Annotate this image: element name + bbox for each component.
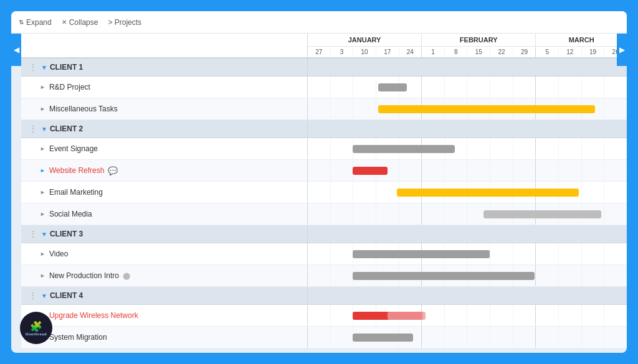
group-client2-arrow: ▼ [41, 126, 47, 133]
group-client3-row: ⋮ ▼ CLIENT 3 [21, 225, 627, 243]
week-12: 12 [559, 47, 582, 57]
week-29: 29 [513, 47, 536, 57]
task-website-row: ► Website Refresh 💬 [21, 160, 627, 182]
task-event-name: ► Event Signage [21, 138, 308, 159]
comment-icon-gray: ⬤ [123, 272, 130, 280]
week-15: 15 [467, 47, 490, 57]
group-client1-arrow: ▼ [41, 64, 47, 71]
task-rd-project-bar [378, 83, 407, 91]
left-arrow-icon: ◀ [14, 45, 19, 54]
app-window: ⇅ Expand ✕ Collapse > Projects ◀ ▶ [11, 11, 627, 353]
dots-icon: ⋮ [29, 62, 39, 72]
group-client1-label: CLIENT 1 [50, 63, 83, 72]
task-misc-label: Miscellaneous Tasks [49, 105, 118, 113]
week-10: 10 [353, 47, 376, 57]
gantt-header: JANUARY FEBRUARY MARCH 27 3 10 17 24 1 8 [21, 34, 627, 58]
task-wireless-row: ► Upgrade Wireless Network [21, 305, 627, 327]
task-event-arrow: ► [40, 146, 45, 152]
task-video-bar [353, 250, 490, 258]
dots-icon2: ⋮ [29, 124, 39, 134]
group-client3-header[interactable]: ⋮ ▼ CLIENT 3 [21, 225, 308, 243]
group-client2-row: ⋮ ▼ CLIENT 2 [21, 120, 627, 138]
task-misc-row: ► Miscellaneous Tasks [21, 98, 627, 120]
collapse-icon: ✕ [62, 19, 67, 26]
group-client1-header[interactable]: ⋮ ▼ CLIENT 1 [21, 58, 308, 76]
month-january: JANUARY [308, 34, 422, 46]
task-website-bar-cell [308, 160, 627, 181]
group-client2-label: CLIENT 2 [50, 124, 83, 133]
logo: 🧩 Onethread [20, 312, 52, 344]
task-misc-arrow: ► [40, 106, 45, 112]
task-social-row: ► Social Media [21, 203, 627, 225]
dots-icon3: ⋮ [29, 229, 39, 239]
projects-button[interactable]: > Projects [108, 18, 141, 27]
logo-icon: 🧩 [30, 320, 42, 332]
task-website-label: Website Refresh [49, 166, 104, 175]
task-social-name: ► Social Media [21, 203, 308, 225]
right-arrow-icon: ▶ [619, 45, 625, 54]
header-spacer [21, 34, 308, 57]
week-8: 8 [445, 47, 468, 57]
task-rd-project-label: R&D Project [49, 83, 90, 91]
task-video-label: Video [49, 250, 68, 258]
group-client4-arrow: ▼ [41, 292, 47, 299]
task-wireless-bar-overlay [388, 312, 426, 320]
task-wireless-bar-cell [308, 305, 627, 326]
dots-icon4: ⋮ [29, 291, 39, 301]
group-client4-header[interactable]: ⋮ ▼ CLIENT 4 [21, 287, 308, 304]
task-rd-project-arrow: ► [40, 84, 45, 90]
expand-button[interactable]: ⇅ Expand [19, 18, 52, 27]
weeks-row: 27 3 10 17 24 1 8 15 22 29 5 12 [308, 47, 627, 57]
task-video-name: ► Video [21, 243, 308, 264]
task-misc-name: ► Miscellaneous Tasks [21, 98, 308, 119]
expand-icon: ⇅ [19, 19, 24, 26]
task-system-migration-bar-cell [308, 327, 627, 348]
week-17: 17 [376, 47, 399, 57]
task-website-bar [353, 167, 388, 175]
task-event-row: ► Event Signage [21, 138, 627, 160]
task-rd-project-name: ► R&D Project [21, 77, 308, 98]
task-website-name: ► Website Refresh 💬 [21, 160, 308, 181]
task-production-arrow: ► [40, 273, 45, 279]
expand-label: Expand [26, 18, 52, 27]
group-client2-header[interactable]: ⋮ ▼ CLIENT 2 [21, 120, 308, 138]
month-header-container: JANUARY FEBRUARY MARCH 27 3 10 17 24 1 8 [308, 34, 627, 57]
task-production-row: ► New Production Intro ⬤ [21, 265, 627, 287]
task-wireless-label: Upgrade Wireless Network [49, 311, 138, 320]
month-march: MARCH [536, 34, 627, 46]
group-client1-row: ⋮ ▼ CLIENT 1 [21, 58, 627, 77]
logo-text: Onethread [26, 332, 47, 336]
week-27: 27 [308, 47, 331, 57]
week-3: 3 [331, 47, 354, 57]
task-email-name: ► Email Marketing [21, 182, 308, 203]
task-social-bar [483, 210, 601, 218]
task-system-migration-bar [353, 334, 413, 342]
task-wireless-name: ► Upgrade Wireless Network [21, 305, 308, 326]
task-rd-project-row: ► R&D Project [21, 77, 627, 98]
main-content: ◀ ▶ JANUARY FEBRUARY MARCH [11, 34, 627, 353]
task-production-bar-cell [308, 265, 627, 286]
month-february: FEBRUARY [422, 34, 536, 46]
group-client3-bar-area [308, 225, 627, 243]
toolbar: ⇅ Expand ✕ Collapse > Projects [11, 11, 627, 34]
task-production-bar [353, 272, 535, 280]
collapse-button[interactable]: ✕ Collapse [62, 18, 98, 27]
group-client3-arrow: ▼ [41, 231, 47, 238]
task-website-arrow: ► [40, 167, 45, 174]
group-client2-bar-area [308, 120, 627, 138]
task-system-migration-name: ► System Migration [21, 327, 308, 348]
task-event-label: Event Signage [49, 144, 98, 153]
projects-label: > Projects [108, 18, 141, 27]
task-social-bar-cell [308, 203, 627, 225]
group-client3-label: CLIENT 3 [50, 230, 83, 238]
group-client4-label: CLIENT 4 [50, 291, 83, 300]
task-production-label: New Production Intro [49, 271, 119, 280]
task-misc-bar-cell [308, 98, 627, 119]
nav-left-button[interactable]: ◀ [11, 34, 21, 66]
task-rd-project-bar-cell [308, 77, 627, 98]
nav-right-button[interactable]: ▶ [617, 34, 627, 66]
months-row: JANUARY FEBRUARY MARCH [308, 34, 627, 47]
week-24: 24 [399, 47, 422, 57]
week-22: 22 [490, 47, 513, 57]
task-video-bar-cell [308, 243, 627, 264]
